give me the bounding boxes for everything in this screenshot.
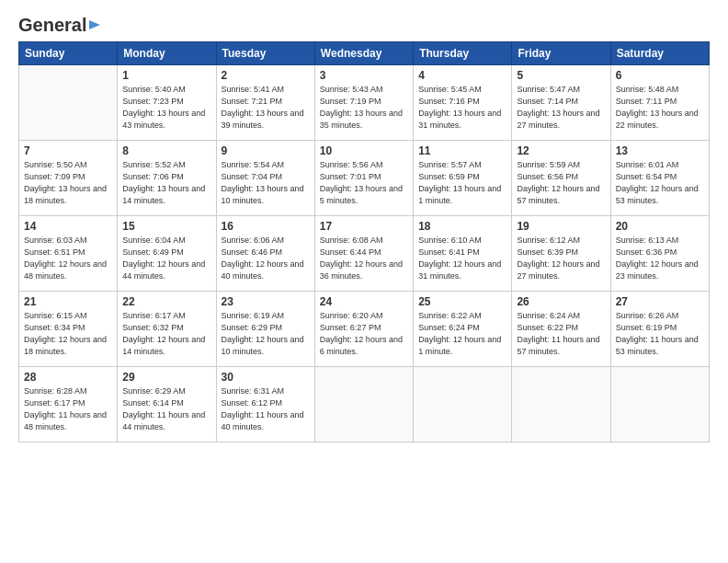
calendar-cell: 26Sunrise: 6:24 AMSunset: 6:22 PMDayligh… — [512, 292, 610, 367]
day-number: 18 — [418, 220, 506, 233]
calendar-cell: 4Sunrise: 5:45 AMSunset: 7:16 PMDaylight… — [414, 65, 512, 141]
calendar-cell — [610, 367, 709, 442]
calendar-cell — [19, 65, 118, 141]
day-info: Sunrise: 5:40 AMSunset: 7:23 PMDaylight:… — [122, 84, 210, 132]
day-number: 12 — [517, 144, 605, 157]
calendar-cell: 25Sunrise: 6:22 AMSunset: 6:24 PMDayligh… — [414, 292, 512, 367]
day-number: 28 — [24, 371, 112, 384]
calendar-cell: 12Sunrise: 5:59 AMSunset: 6:56 PMDayligh… — [512, 141, 610, 216]
day-number: 19 — [517, 220, 605, 233]
day-number: 16 — [222, 220, 310, 233]
day-info: Sunrise: 5:48 AMSunset: 7:11 PMDaylight:… — [616, 84, 704, 132]
calendar-cell: 24Sunrise: 6:20 AMSunset: 6:27 PMDayligh… — [314, 292, 413, 367]
calendar-cell — [414, 367, 512, 442]
page: General SundayMondayTuesdayWednesdayThur… — [0, 0, 728, 563]
calendar-cell: 8Sunrise: 5:52 AMSunset: 7:06 PMDaylight… — [118, 141, 216, 216]
day-header-monday: Monday — [118, 42, 216, 65]
day-info: Sunrise: 6:12 AMSunset: 6:39 PMDaylight:… — [517, 235, 605, 282]
calendar-cell: 22Sunrise: 6:17 AMSunset: 6:32 PMDayligh… — [118, 292, 216, 367]
day-number: 11 — [418, 144, 506, 157]
day-info: Sunrise: 6:24 AMSunset: 6:22 PMDaylight:… — [517, 310, 605, 358]
calendar-cell — [314, 367, 413, 442]
calendar-cell: 3Sunrise: 5:43 AMSunset: 7:19 PMDaylight… — [314, 65, 413, 141]
day-info: Sunrise: 6:03 AMSunset: 6:51 PMDaylight:… — [24, 235, 112, 282]
calendar-cell: 13Sunrise: 6:01 AMSunset: 6:54 PMDayligh… — [610, 141, 709, 216]
day-number: 26 — [517, 295, 605, 308]
day-info: Sunrise: 6:28 AMSunset: 6:17 PMDaylight:… — [24, 385, 112, 433]
day-info: Sunrise: 5:45 AMSunset: 7:16 PMDaylight:… — [418, 84, 506, 132]
day-header-friday: Friday — [512, 42, 610, 65]
day-info: Sunrise: 6:19 AMSunset: 6:29 PMDaylight:… — [222, 310, 310, 358]
day-number: 14 — [24, 220, 112, 233]
calendar-week-2: 7Sunrise: 5:50 AMSunset: 7:09 PMDaylight… — [19, 141, 710, 216]
day-number: 7 — [24, 144, 112, 157]
day-info: Sunrise: 6:13 AMSunset: 6:36 PMDaylight:… — [616, 235, 704, 282]
logo-arrow-icon — [89, 18, 102, 35]
logo: General — [18, 15, 102, 34]
day-number: 3 — [320, 69, 408, 82]
calendar-cell: 15Sunrise: 6:04 AMSunset: 6:49 PMDayligh… — [118, 216, 216, 292]
svg-marker-0 — [89, 20, 100, 29]
calendar-cell: 5Sunrise: 5:47 AMSunset: 7:14 PMDaylight… — [512, 65, 610, 141]
calendar-cell: 6Sunrise: 5:48 AMSunset: 7:11 PMDaylight… — [610, 65, 709, 141]
calendar-cell: 21Sunrise: 6:15 AMSunset: 6:34 PMDayligh… — [19, 292, 118, 367]
day-number: 17 — [320, 220, 408, 233]
calendar-week-5: 28Sunrise: 6:28 AMSunset: 6:17 PMDayligh… — [19, 367, 710, 442]
day-info: Sunrise: 5:43 AMSunset: 7:19 PMDaylight:… — [320, 84, 408, 132]
day-number: 21 — [24, 295, 112, 308]
day-header-sunday: Sunday — [19, 42, 118, 65]
calendar-cell: 28Sunrise: 6:28 AMSunset: 6:17 PMDayligh… — [19, 367, 118, 442]
calendar-cell: 14Sunrise: 6:03 AMSunset: 6:51 PMDayligh… — [19, 216, 118, 292]
calendar-week-1: 1Sunrise: 5:40 AMSunset: 7:23 PMDaylight… — [19, 65, 710, 141]
day-info: Sunrise: 6:26 AMSunset: 6:19 PMDaylight:… — [616, 310, 704, 358]
day-number: 2 — [222, 69, 310, 82]
day-number: 29 — [122, 371, 210, 384]
calendar-cell: 16Sunrise: 6:06 AMSunset: 6:46 PMDayligh… — [216, 216, 314, 292]
day-number: 13 — [616, 144, 704, 157]
day-number: 20 — [616, 220, 704, 233]
logo-general: General — [18, 15, 86, 36]
day-number: 27 — [616, 295, 704, 308]
calendar-cell: 30Sunrise: 6:31 AMSunset: 6:12 PMDayligh… — [216, 367, 314, 442]
calendar: SundayMondayTuesdayWednesdayThursdayFrid… — [18, 41, 710, 442]
day-number: 30 — [222, 371, 310, 384]
day-number: 4 — [418, 69, 506, 82]
day-info: Sunrise: 6:17 AMSunset: 6:32 PMDaylight:… — [122, 310, 210, 358]
day-info: Sunrise: 5:52 AMSunset: 7:06 PMDaylight:… — [122, 159, 210, 207]
calendar-week-3: 14Sunrise: 6:03 AMSunset: 6:51 PMDayligh… — [19, 216, 710, 292]
day-header-saturday: Saturday — [610, 42, 709, 65]
day-number: 6 — [616, 69, 704, 82]
day-info: Sunrise: 5:56 AMSunset: 7:01 PMDaylight:… — [320, 159, 408, 207]
day-info: Sunrise: 5:54 AMSunset: 7:04 PMDaylight:… — [222, 159, 310, 207]
day-number: 22 — [122, 295, 210, 308]
calendar-cell: 7Sunrise: 5:50 AMSunset: 7:09 PMDaylight… — [19, 141, 118, 216]
calendar-cell: 2Sunrise: 5:41 AMSunset: 7:21 PMDaylight… — [216, 65, 314, 141]
day-header-tuesday: Tuesday — [216, 42, 314, 65]
day-header-wednesday: Wednesday — [314, 42, 413, 65]
day-number: 1 — [122, 69, 210, 82]
day-header-thursday: Thursday — [414, 42, 512, 65]
day-info: Sunrise: 5:47 AMSunset: 7:14 PMDaylight:… — [517, 84, 605, 132]
calendar-cell: 9Sunrise: 5:54 AMSunset: 7:04 PMDaylight… — [216, 141, 314, 216]
day-info: Sunrise: 5:50 AMSunset: 7:09 PMDaylight:… — [24, 159, 112, 207]
day-info: Sunrise: 6:08 AMSunset: 6:44 PMDaylight:… — [320, 235, 408, 282]
day-number: 23 — [222, 295, 310, 308]
day-info: Sunrise: 6:04 AMSunset: 6:49 PMDaylight:… — [122, 235, 210, 282]
day-info: Sunrise: 6:15 AMSunset: 6:34 PMDaylight:… — [24, 310, 112, 358]
calendar-cell: 18Sunrise: 6:10 AMSunset: 6:41 PMDayligh… — [414, 216, 512, 292]
day-info: Sunrise: 6:20 AMSunset: 6:27 PMDaylight:… — [320, 310, 408, 358]
day-number: 15 — [122, 220, 210, 233]
calendar-cell: 20Sunrise: 6:13 AMSunset: 6:36 PMDayligh… — [610, 216, 709, 292]
calendar-cell: 10Sunrise: 5:56 AMSunset: 7:01 PMDayligh… — [314, 141, 413, 216]
calendar-cell: 11Sunrise: 5:57 AMSunset: 6:59 PMDayligh… — [414, 141, 512, 216]
day-info: Sunrise: 5:41 AMSunset: 7:21 PMDaylight:… — [222, 84, 310, 132]
day-info: Sunrise: 5:57 AMSunset: 6:59 PMDaylight:… — [418, 159, 506, 207]
day-info: Sunrise: 5:59 AMSunset: 6:56 PMDaylight:… — [517, 159, 605, 207]
calendar-cell: 1Sunrise: 5:40 AMSunset: 7:23 PMDaylight… — [118, 65, 216, 141]
day-number: 25 — [418, 295, 506, 308]
calendar-cell: 17Sunrise: 6:08 AMSunset: 6:44 PMDayligh… — [314, 216, 413, 292]
calendar-header-row: SundayMondayTuesdayWednesdayThursdayFrid… — [19, 42, 710, 65]
calendar-cell: 23Sunrise: 6:19 AMSunset: 6:29 PMDayligh… — [216, 292, 314, 367]
day-number: 5 — [517, 69, 605, 82]
day-number: 10 — [320, 144, 408, 157]
